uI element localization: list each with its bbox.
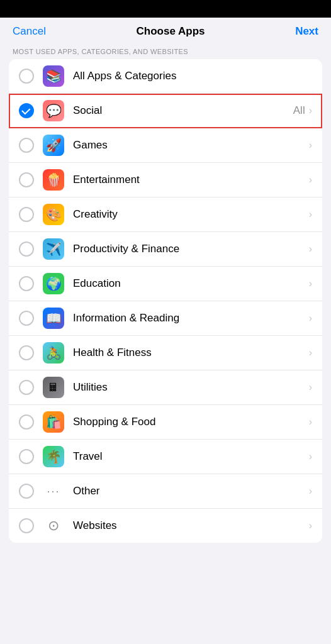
list-item-websites[interactable]: ⊙Websites› <box>9 509 322 543</box>
page-title: Choose Apps <box>137 25 205 38</box>
radio-games[interactable] <box>19 138 34 153</box>
list-item-all-apps[interactable]: 📚All Apps & Categories <box>9 59 322 94</box>
list-item-entertainment[interactable]: 🍿Entertainment› <box>9 163 322 197</box>
label-all-apps: All Apps & Categories <box>73 70 312 82</box>
chevron-health: › <box>309 347 312 358</box>
label-websites: Websites <box>73 519 309 532</box>
label-other: Other <box>73 485 309 497</box>
sublabel-social: All <box>293 104 305 117</box>
list-item-social[interactable]: 💬SocialAll› <box>9 94 322 128</box>
label-shopping: Shopping & Food <box>73 416 309 428</box>
label-games: Games <box>73 139 309 152</box>
label-travel: Travel <box>73 450 309 463</box>
icon-creativity: 🎨 <box>43 204 64 225</box>
chevron-utilities: › <box>309 382 312 393</box>
icon-games: 🚀 <box>43 135 64 156</box>
category-list: 📚All Apps & Categories💬SocialAll›🚀Games›… <box>9 59 322 543</box>
icon-productivity: ✈️ <box>43 238 64 260</box>
chevron-shopping: › <box>309 416 312 428</box>
list-item-productivity[interactable]: ✈️Productivity & Finance› <box>9 232 322 267</box>
label-education: Education <box>73 277 309 290</box>
radio-health[interactable] <box>19 345 34 360</box>
label-entertainment: Entertainment <box>73 174 309 186</box>
chevron-creativity: › <box>309 209 312 220</box>
list-item-shopping[interactable]: 🛍️Shopping & Food› <box>9 405 322 440</box>
radio-utilities[interactable] <box>19 380 34 395</box>
list-item-travel[interactable]: 🌴Travel› <box>9 440 322 474</box>
icon-other: ··· <box>43 480 64 502</box>
icon-websites: ⊙ <box>43 515 64 536</box>
radio-shopping[interactable] <box>19 414 34 430</box>
chevron-websites: › <box>309 520 312 531</box>
label-creativity: Creativity <box>73 208 309 221</box>
label-social: Social <box>73 104 293 117</box>
chevron-education: › <box>309 278 312 289</box>
icon-entertainment: 🍿 <box>43 169 64 191</box>
icon-education: 🌍 <box>43 273 64 294</box>
next-button[interactable]: Next <box>295 25 318 38</box>
icon-shopping: 🛍️ <box>43 411 64 433</box>
status-bar <box>0 0 331 18</box>
icon-social: 💬 <box>43 100 64 121</box>
chevron-productivity: › <box>309 243 312 255</box>
chevron-games: › <box>309 140 312 151</box>
list-item-education[interactable]: 🌍Education› <box>9 267 322 301</box>
list-item-creativity[interactable]: 🎨Creativity› <box>9 197 322 232</box>
radio-entertainment[interactable] <box>19 172 34 187</box>
list-item-health[interactable]: 🚴Health & Fitness› <box>9 336 322 370</box>
cancel-button[interactable]: Cancel <box>13 25 46 38</box>
chevron-social: › <box>309 105 312 116</box>
radio-education[interactable] <box>19 276 34 291</box>
radio-all-apps[interactable] <box>19 69 34 84</box>
list-item-games[interactable]: 🚀Games› <box>9 128 322 163</box>
chevron-entertainment: › <box>309 174 312 186</box>
label-reading: Information & Reading <box>73 312 309 325</box>
label-utilities: Utilities <box>73 381 309 394</box>
label-health: Health & Fitness <box>73 347 309 359</box>
chevron-travel: › <box>309 451 312 462</box>
chevron-other: › <box>309 486 312 497</box>
radio-websites[interactable] <box>19 518 34 533</box>
icon-reading: 📖 <box>43 308 64 329</box>
icon-travel: 🌴 <box>43 446 64 467</box>
radio-reading[interactable] <box>19 311 34 326</box>
list-item-other[interactable]: ···Other› <box>9 474 322 509</box>
list-item-reading[interactable]: 📖Information & Reading› <box>9 301 322 336</box>
radio-social[interactable] <box>19 103 34 118</box>
chevron-reading: › <box>309 313 312 324</box>
icon-utilities: 🖩 <box>43 377 64 398</box>
radio-travel[interactable] <box>19 449 34 464</box>
radio-creativity[interactable] <box>19 207 34 222</box>
list-item-utilities[interactable]: 🖩Utilities› <box>9 370 322 405</box>
radio-other[interactable] <box>19 484 34 499</box>
icon-all-apps: 📚 <box>43 65 64 87</box>
section-header: Most Used Apps, Categories, and Websites <box>0 43 331 59</box>
label-productivity: Productivity & Finance <box>73 243 309 255</box>
nav-bar: Cancel Choose Apps Next <box>0 18 331 43</box>
icon-health: 🚴 <box>43 342 64 364</box>
radio-productivity[interactable] <box>19 242 34 257</box>
